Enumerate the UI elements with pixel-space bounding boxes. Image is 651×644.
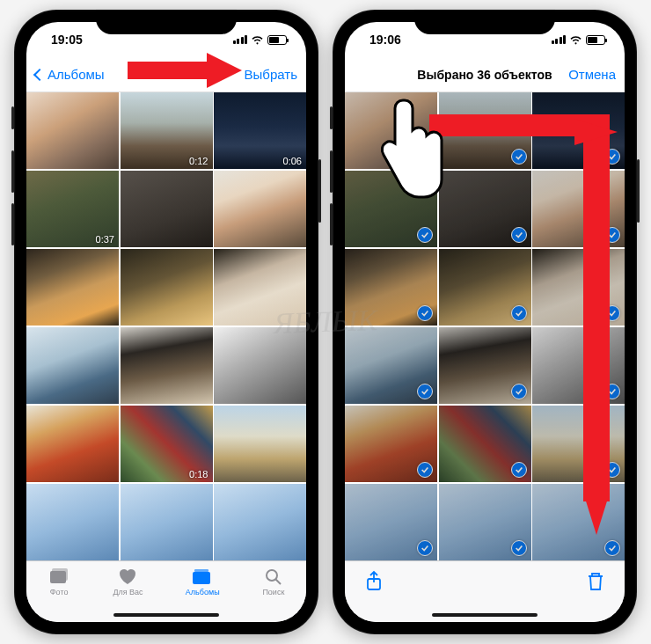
photo-thumb-selected[interactable]: [439, 484, 531, 560]
photo-thumb[interactable]: [214, 171, 306, 247]
photo-thumb[interactable]: [214, 406, 306, 482]
share-button[interactable]: [362, 570, 385, 593]
photo-thumb-selected[interactable]: [532, 484, 625, 560]
check-icon: [511, 305, 527, 321]
photo-thumb[interactable]: [26, 327, 119, 404]
annotation-arrow: [128, 53, 242, 88]
check-icon: [604, 227, 620, 243]
check-icon: [417, 462, 433, 478]
nav-bar: Выбрано 36 объектов Отмена: [345, 57, 625, 92]
photo-thumb-selected[interactable]: [345, 92, 437, 169]
tab-label: Для Вас: [113, 588, 143, 596]
photo-thumb-selected[interactable]: [532, 406, 625, 482]
video-duration: 0:06: [283, 156, 302, 166]
check-icon: [417, 384, 433, 399]
check-icon: [511, 384, 527, 399]
home-indicator[interactable]: [432, 613, 538, 617]
select-button[interactable]: Выбрать: [236, 67, 297, 82]
selection-title: Выбрано 36 объектов: [415, 68, 554, 82]
tab-label: Поиск: [262, 588, 284, 596]
check-icon: [511, 227, 527, 243]
svg-marker-8: [207, 53, 242, 88]
back-label: Альбомы: [48, 67, 105, 82]
video-thumb[interactable]: 0:06: [214, 92, 306, 169]
svg-rect-1: [52, 568, 68, 581]
photo-thumb-selected[interactable]: [345, 406, 437, 482]
signal-icon: [552, 35, 567, 44]
status-time: 19:05: [51, 33, 83, 47]
svg-rect-2: [193, 572, 210, 584]
tab-albums[interactable]: Альбомы: [186, 567, 220, 596]
heart-icon: [116, 567, 139, 586]
wifi-icon: [569, 35, 582, 45]
photo-thumb-selected[interactable]: [345, 171, 437, 247]
photo-thumb-selected[interactable]: [532, 171, 625, 247]
tab-photos[interactable]: Фото: [48, 567, 70, 596]
check-icon: [417, 149, 433, 165]
cancel-button[interactable]: Отмена: [554, 67, 616, 82]
photo-thumb-selected[interactable]: [532, 327, 625, 404]
svg-rect-7: [128, 62, 211, 79]
cancel-label: Отмена: [568, 67, 616, 82]
photo-thumb[interactable]: [26, 92, 119, 169]
notch: [414, 10, 555, 34]
tab-search[interactable]: Поиск: [262, 567, 285, 596]
check-icon: [417, 540, 433, 556]
photo-thumb-selected[interactable]: [532, 249, 625, 326]
home-indicator[interactable]: [113, 613, 219, 617]
select-label: Выбрать: [245, 67, 297, 82]
photo-thumb[interactable]: [121, 249, 213, 326]
svg-line-5: [275, 579, 281, 584]
check-icon: [511, 462, 527, 478]
photos-icon: [48, 567, 70, 586]
photo-grid-selected[interactable]: [345, 92, 625, 560]
photo-thumb[interactable]: [26, 249, 119, 326]
tab-label: Фото: [50, 588, 69, 596]
status-time: 19:06: [369, 33, 401, 47]
photo-thumb-selected[interactable]: [439, 171, 531, 247]
photo-grid[interactable]: 0:12 0:06 0:37 0:18: [26, 92, 306, 560]
tab-foryou[interactable]: Для Вас: [113, 567, 143, 596]
check-icon: [417, 227, 433, 243]
check-icon: [604, 305, 620, 321]
photo-thumb[interactable]: [121, 171, 213, 247]
photo-thumb-selected[interactable]: [439, 249, 531, 326]
chevron-left-icon: [33, 68, 46, 80]
check-icon: [604, 540, 620, 556]
photo-thumb-selected[interactable]: [345, 327, 437, 404]
photo-thumb[interactable]: [214, 327, 306, 404]
photo-thumb-selected[interactable]: [532, 92, 625, 169]
check-icon: [604, 384, 620, 399]
photo-thumb[interactable]: [26, 406, 119, 482]
photo-thumb-selected[interactable]: [345, 249, 437, 326]
photo-thumb[interactable]: [214, 484, 306, 560]
photo-thumb[interactable]: [214, 249, 306, 326]
photo-thumb-selected[interactable]: [345, 484, 437, 560]
photo-thumb-selected[interactable]: [439, 92, 531, 169]
video-thumb[interactable]: 0:37: [26, 171, 119, 247]
check-icon: [604, 149, 620, 165]
wifi-icon: [251, 35, 264, 45]
video-duration: 0:12: [189, 156, 208, 166]
photo-thumb-selected[interactable]: [439, 327, 531, 404]
photo-thumb[interactable]: [121, 484, 213, 560]
delete-button[interactable]: [584, 570, 607, 593]
tab-label: Альбомы: [186, 588, 220, 596]
signal-icon: [233, 35, 248, 44]
albums-icon: [191, 567, 214, 586]
phone-right: 19:06 Выбрано 36 объектов Отмена: [333, 10, 637, 634]
video-duration: 0:37: [96, 234, 114, 245]
video-thumb[interactable]: 0:18: [121, 406, 213, 482]
video-duration: 0:18: [189, 469, 208, 479]
check-icon: [511, 149, 527, 165]
video-thumb[interactable]: 0:12: [121, 92, 213, 169]
back-button[interactable]: Альбомы: [35, 67, 105, 82]
battery-icon: [267, 35, 287, 45]
svg-rect-3: [194, 569, 208, 572]
check-icon: [417, 305, 433, 321]
photo-thumb-selected[interactable]: [439, 406, 531, 482]
photo-thumb[interactable]: [26, 484, 119, 560]
notch: [96, 10, 237, 34]
photo-thumb[interactable]: [121, 327, 213, 404]
search-icon: [262, 567, 285, 586]
